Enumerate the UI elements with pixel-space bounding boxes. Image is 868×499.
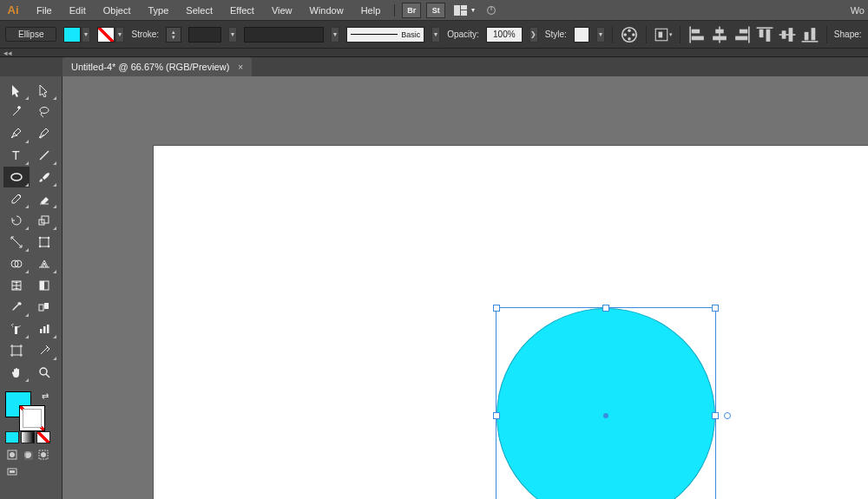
stroke-color-swatch[interactable] — [97, 27, 115, 43]
opacity-dropdown[interactable]: ❯ — [529, 27, 538, 43]
style-swatch[interactable] — [574, 27, 589, 43]
magic-wand-tool[interactable] — [3, 102, 30, 122]
menu-edit[interactable]: Edit — [61, 0, 95, 20]
type-tool[interactable]: T — [3, 145, 30, 166]
swap-fill-stroke-icon[interactable]: ⇄ — [42, 391, 49, 401]
pie-widget-handle[interactable] — [724, 412, 731, 419]
menu-type[interactable]: Type — [140, 0, 178, 20]
scale-tool[interactable] — [31, 210, 57, 231]
ellipse-tool[interactable] — [3, 167, 30, 187]
panel-collapse-strip[interactable]: ◂◂ — [0, 49, 868, 57]
artboard[interactable] — [154, 146, 868, 499]
mesh-tool[interactable] — [3, 275, 30, 296]
document-tab[interactable]: Untitled-4* @ 66.67% (RGB/Preview) × — [62, 57, 252, 76]
workspace-label[interactable]: Wo — [847, 0, 868, 21]
width-tool[interactable] — [3, 232, 30, 253]
resize-handle-top-left[interactable] — [493, 305, 500, 312]
center-point-icon[interactable] — [603, 413, 608, 418]
shape-builder-tool[interactable] — [3, 253, 30, 274]
column-graph-tool[interactable] — [31, 318, 57, 339]
resize-handle-middle-right[interactable] — [712, 412, 719, 419]
selection-mode-label[interactable]: Ellipse — [5, 27, 56, 42]
arrange-documents-button[interactable]: ▾ — [450, 3, 477, 18]
align-bottom-button[interactable] — [800, 26, 819, 43]
free-transform-tool[interactable] — [31, 232, 57, 253]
menu-file[interactable]: File — [28, 0, 61, 20]
curvature-tool[interactable] — [31, 123, 57, 144]
rotate-tool[interactable] — [3, 210, 30, 231]
recolor-artwork-button[interactable] — [620, 26, 639, 43]
variable-width-profile[interactable] — [244, 27, 324, 43]
artboard-tool[interactable] — [3, 340, 30, 361]
line-segment-tool[interactable] — [31, 145, 57, 166]
align-top-button[interactable] — [755, 26, 774, 43]
svg-rect-28 — [805, 31, 809, 39]
resize-handle-middle-left[interactable] — [493, 412, 500, 419]
draw-behind-button[interactable] — [21, 449, 35, 461]
align-left-button[interactable] — [687, 26, 707, 43]
stroke-weight-dropdown[interactable]: ▾ — [228, 27, 237, 43]
paintbrush-tool[interactable] — [31, 167, 57, 187]
svg-rect-26 — [788, 28, 792, 42]
document-tabs: Untitled-4* @ 66.67% (RGB/Preview) × — [0, 57, 868, 76]
draw-normal-button[interactable] — [5, 449, 19, 461]
draw-inside-button[interactable] — [36, 449, 50, 461]
gpu-preview-button[interactable] — [482, 3, 501, 18]
hand-tool[interactable] — [3, 362, 30, 383]
eraser-tool[interactable] — [31, 188, 57, 209]
fill-dropdown[interactable]: ▾ — [82, 27, 90, 43]
variable-width-dropdown[interactable]: ▾ — [331, 27, 339, 43]
stroke-weight-stepper[interactable]: ▴▾ — [166, 27, 181, 43]
symbol-sprayer-tool[interactable] — [3, 318, 30, 339]
selected-shape[interactable] — [496, 308, 715, 499]
pen-tool[interactable] — [3, 123, 30, 144]
align-to-button[interactable]: ▾ — [654, 26, 673, 43]
canvas-area[interactable] — [62, 76, 868, 499]
menu-effect[interactable]: Effect — [221, 0, 263, 20]
lasso-tool[interactable] — [31, 102, 57, 122]
screen-mode-button[interactable] — [5, 466, 19, 478]
opacity-value[interactable]: 100% — [486, 27, 523, 43]
close-tab-button[interactable]: × — [238, 62, 243, 72]
menu-view[interactable]: View — [263, 0, 301, 20]
stock-button[interactable]: St — [426, 3, 445, 18]
blend-tool[interactable] — [31, 297, 57, 318]
zoom-tool[interactable] — [31, 362, 57, 383]
svg-point-60 — [41, 452, 46, 457]
gradient-tool[interactable] — [31, 275, 57, 296]
align-right-button[interactable] — [733, 26, 752, 43]
style-dropdown[interactable]: ▾ — [596, 27, 605, 43]
menu-object[interactable]: Object — [95, 0, 140, 20]
svg-rect-51 — [47, 325, 49, 333]
brush-dropdown[interactable]: ▾ — [431, 27, 440, 43]
stroke-dropdown[interactable]: ▾ — [115, 27, 124, 43]
separator — [612, 26, 613, 43]
align-hcenter-button[interactable] — [710, 26, 729, 43]
brush-definition[interactable]: Basic — [346, 27, 424, 43]
color-mode-button[interactable] — [5, 431, 19, 443]
align-vcenter-button[interactable] — [778, 26, 797, 43]
menu-select[interactable]: Select — [177, 0, 221, 20]
eyedropper-tool[interactable] — [3, 297, 30, 318]
gradient-mode-button[interactable] — [21, 431, 35, 443]
svg-rect-13 — [692, 29, 700, 33]
perspective-grid-tool[interactable] — [31, 253, 57, 274]
resize-handle-top-middle[interactable] — [602, 305, 609, 312]
slice-tool[interactable] — [31, 340, 57, 361]
style-label: Style: — [545, 30, 567, 39]
fill-stroke-indicator[interactable]: ⇄ — [3, 390, 56, 430]
svg-rect-14 — [692, 36, 704, 40]
svg-rect-16 — [715, 29, 723, 33]
bridge-button[interactable]: Br — [402, 3, 421, 18]
none-mode-button[interactable] — [36, 431, 50, 443]
menu-window[interactable]: Window — [301, 0, 352, 20]
selection-tool[interactable] — [3, 80, 30, 101]
stroke-weight-value[interactable] — [188, 27, 221, 43]
fill-color-swatch[interactable] — [63, 27, 81, 43]
svg-point-40 — [48, 246, 49, 247]
stroke-indicator[interactable] — [19, 405, 45, 431]
menu-help[interactable]: Help — [352, 0, 390, 20]
shaper-tool[interactable] — [3, 188, 30, 209]
direct-selection-tool[interactable] — [31, 80, 57, 101]
resize-handle-top-right[interactable] — [712, 305, 719, 312]
